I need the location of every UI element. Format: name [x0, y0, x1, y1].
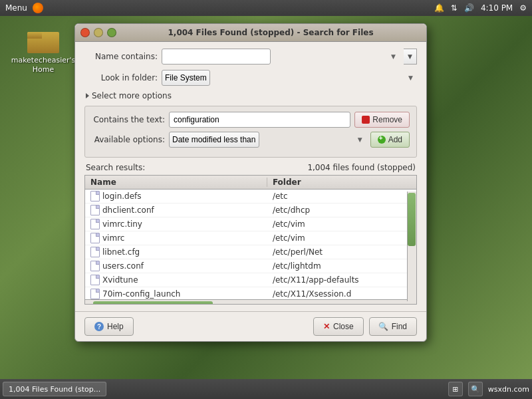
settings-icon[interactable]: ⚙ [519, 3, 527, 13]
remove-button[interactable]: Remove [354, 112, 410, 128]
toggle-triangle-icon [86, 93, 89, 98]
result-name-cell: vimrc [85, 233, 267, 243]
result-name-cell: vimrc.tiny [85, 219, 267, 229]
remove-label: Remove [372, 115, 402, 124]
table-row[interactable]: dhclient.conf /etc/dhcp [85, 203, 416, 217]
result-name-cell: Xvidtune [85, 275, 267, 285]
add-button[interactable]: Add [370, 132, 410, 148]
close-x-icon: ✕ [323, 322, 330, 331]
firefox-icon[interactable] [33, 3, 43, 13]
file-icon [90, 289, 100, 299]
file-icon [90, 205, 100, 215]
result-name-cell: login.defs [85, 191, 267, 201]
contains-text-input[interactable] [169, 112, 350, 128]
result-filename: dhclient.conf [102, 205, 154, 215]
vertical-scrollbar[interactable] [407, 192, 416, 301]
taskbar-right: ⊞ 🔍 wsxdn.com [448, 382, 529, 396]
scrollbar-thumb[interactable] [408, 193, 416, 246]
menu-label: Menu [5, 3, 27, 13]
find-button[interactable]: 🔍 Find [369, 317, 417, 336]
result-name-cell: libnet.cfg [85, 247, 267, 257]
result-filename: users.conf [102, 261, 144, 271]
folder-icon [27, 27, 59, 53]
table-row[interactable]: 70im-config_launch /etc/X11/Xsession.d [85, 287, 416, 299]
table-row[interactable]: vimrc.tiny /etc/vim [85, 217, 416, 231]
more-options-toggle[interactable]: Select more options [84, 91, 417, 100]
results-header: Search results: 1,004 files found (stopp… [84, 163, 417, 172]
volume-icon[interactable]: 🔊 [464, 3, 474, 13]
dialog-footer: ? Help ✕ Close 🔍 Find [75, 311, 426, 341]
name-contains-input[interactable] [162, 49, 271, 65]
panel-right: 🔔 ⇅ 🔊 4:10 PM ⚙ [434, 3, 527, 13]
result-name-cell: dhclient.conf [85, 205, 267, 215]
desktop-icon-label: maketecheasier's Home [11, 56, 76, 75]
results-body[interactable]: login.defs /etc dhclient.conf /etc/dhcp … [85, 190, 416, 299]
table-row[interactable]: login.defs /etc [85, 190, 416, 203]
taskbar: 1,004 Files Found (stop... ⊞ 🔍 wsxdn.com [0, 379, 532, 399]
table-row[interactable]: Xvidtune /etc/X11/app-defaults [85, 273, 416, 287]
menu-button[interactable]: Menu [5, 3, 27, 13]
name-dropdown-button[interactable]: ▼ [404, 49, 417, 65]
table-row[interactable]: vimrc /etc/vim [85, 231, 416, 245]
table-row[interactable]: users.conf /etc/lightdm [85, 259, 416, 273]
file-icon [90, 275, 100, 285]
file-icon [90, 233, 100, 243]
desktop: Menu 🔔 ⇅ 🔊 4:10 PM ⚙ maketecheasier's Ho… [0, 0, 532, 399]
search-dialog: 1,004 Files Found (stopped) - Search for… [74, 23, 427, 342]
look-in-label: Look in folder: [84, 73, 158, 82]
desktop-home-icon[interactable]: maketecheasier's Home [17, 27, 70, 75]
add-icon [378, 136, 386, 144]
taskbar-search-button[interactable]: 🔍 [468, 382, 483, 396]
add-label: Add [388, 135, 402, 144]
horizontal-scrollbar[interactable] [85, 299, 416, 305]
more-options-label: Select more options [92, 91, 172, 100]
results-count: 1,004 files found (stopped) [307, 163, 416, 172]
help-icon: ? [94, 322, 104, 331]
result-folder-cell: /etc/perl/Net [267, 247, 416, 257]
top-panel: Menu 🔔 ⇅ 🔊 4:10 PM ⚙ [0, 0, 532, 16]
find-label: Find [392, 322, 407, 331]
show-desktop-button[interactable]: ⊞ [448, 382, 463, 396]
remove-icon [362, 116, 370, 124]
minimize-button[interactable] [94, 28, 103, 37]
file-icon [90, 247, 100, 257]
maximize-button[interactable] [107, 28, 116, 37]
network-icon[interactable]: ⇅ [451, 3, 458, 13]
help-label: Help [107, 322, 124, 331]
options-section: Contains the text: Remove Available opti… [84, 106, 417, 158]
result-filename: libnet.cfg [102, 247, 140, 257]
footer-right-buttons: ✕ Close 🔍 Find [313, 317, 417, 336]
taskbar-search-item[interactable]: 1,004 Files Found (stop... [3, 382, 106, 396]
result-filename: 70im-config_launch [102, 289, 180, 299]
results-label: Search results: [86, 163, 145, 172]
notification-icon[interactable]: 🔔 [434, 3, 444, 13]
contains-text-label: Contains the text: [92, 115, 165, 124]
result-folder-cell: /etc/vim [267, 233, 416, 243]
result-folder-cell: /etc/X11/Xsession.d [267, 289, 416, 299]
name-contains-label: Name contains: [84, 52, 158, 61]
name-contains-wrapper [162, 49, 400, 65]
contains-text-row: Contains the text: Remove [92, 112, 410, 128]
close-window-button[interactable] [80, 28, 90, 37]
result-filename: vimrc.tiny [102, 219, 142, 229]
dialog-title: 1,004 Files Found (stopped) - Search for… [120, 28, 421, 37]
result-folder-cell: /etc/dhcp [267, 205, 416, 215]
clock: 4:10 PM [481, 3, 513, 13]
column-name-header: Name [85, 178, 267, 187]
result-folder-cell: /etc [267, 192, 416, 201]
available-options-select[interactable]: Date modified less than [169, 132, 259, 148]
close-button[interactable]: ✕ Close [313, 317, 364, 336]
result-folder-cell: /etc/lightdm [267, 261, 416, 271]
taskbar-item-label: 1,004 Files Found (stop... [9, 385, 100, 394]
dialog-body: Name contains: ▼ Look in folder: File Sy… [75, 42, 426, 311]
file-icon [90, 261, 100, 271]
file-icon [90, 191, 100, 201]
look-in-select[interactable]: File System [162, 70, 210, 86]
look-in-row: Look in folder: File System [84, 70, 417, 86]
table-row[interactable]: libnet.cfg /etc/perl/Net [85, 245, 416, 259]
search-icon: 🔍 [379, 322, 388, 331]
h-scroll-thumb[interactable] [93, 301, 213, 305]
title-bar: 1,004 Files Found (stopped) - Search for… [75, 24, 426, 42]
results-table: Name Folder login.defs /etc dhclient.con… [84, 175, 417, 305]
help-button[interactable]: ? Help [84, 317, 134, 336]
